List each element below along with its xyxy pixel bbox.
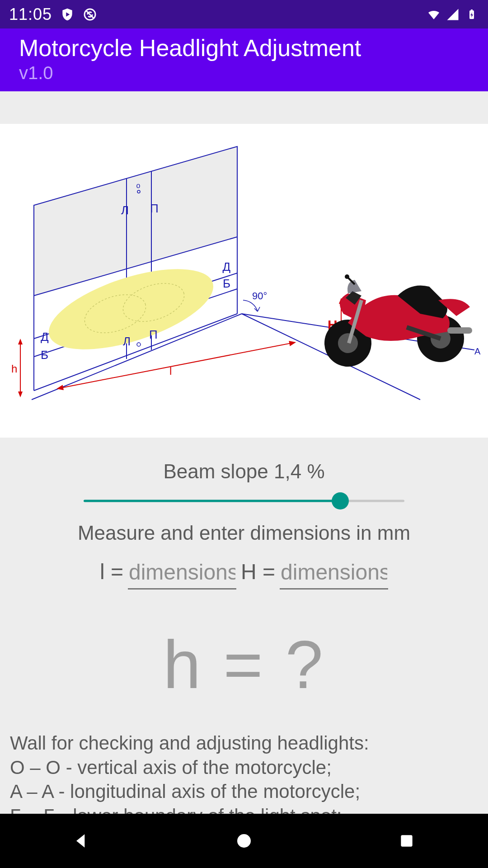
app-bar: Motorcycle Headlight Adjustment v1.0 — [0, 28, 488, 91]
svg-text:П: П — [150, 202, 159, 215]
svg-text:l: l — [169, 365, 172, 377]
svg-marker-36 — [56, 385, 64, 392]
legend-line-1: A – A - longitudinal axis of the motorcy… — [10, 779, 478, 804]
svg-text:90°: 90° — [252, 290, 267, 302]
recent-apps-button[interactable] — [393, 827, 420, 854]
svg-text:A: A — [474, 346, 481, 356]
legend-line-0: O – O - vertical axis of the motorcycle; — [10, 755, 478, 780]
svg-rect-48 — [447, 327, 472, 334]
slider-row — [18, 491, 470, 511]
status-left: 11:05 — [9, 5, 97, 24]
l-input[interactable] — [128, 558, 236, 590]
wifi-icon — [427, 7, 441, 22]
svg-marker-32 — [18, 339, 23, 344]
svg-point-53 — [237, 834, 251, 848]
beam-slope-label: Beam slope 1,4 % — [18, 460, 470, 483]
app-version: v1.0 — [19, 63, 469, 83]
controls-section: Beam slope 1,4 % Measure and enter dimen… — [0, 438, 488, 704]
headlight-diagram: о Л П Д Б Д Б Л П 90° h — [5, 133, 483, 422]
slider-thumb[interactable] — [332, 492, 349, 509]
svg-text:Д: Д — [41, 330, 49, 344]
motorcycle-graphic — [324, 274, 472, 367]
slider-fill — [84, 500, 340, 502]
svg-point-47 — [338, 333, 358, 353]
svg-text:Б: Б — [41, 348, 48, 362]
l-label: l = — [100, 559, 123, 590]
svg-rect-54 — [401, 835, 412, 846]
h-upper-label: H = — [241, 559, 275, 590]
svg-point-52 — [345, 274, 349, 279]
beam-label-suffix: % — [301, 460, 324, 482]
svg-text:П: П — [149, 328, 158, 341]
svg-marker-37 — [289, 340, 296, 346]
result-text: h = ? — [18, 626, 470, 704]
signal-icon — [446, 7, 460, 22]
svg-text:о: о — [136, 182, 141, 189]
svg-line-29 — [258, 307, 260, 311]
status-bar: 11:05 — [0, 0, 488, 28]
svg-text:Б: Б — [223, 277, 230, 290]
home-button[interactable] — [230, 827, 258, 854]
shield-play-icon — [60, 7, 75, 22]
diagram-container: о Л П Д Б Д Б Л П 90° h — [0, 124, 488, 438]
svg-line-35 — [59, 343, 294, 388]
no-sync-icon — [83, 7, 97, 22]
content-area: о Л П Д Б Д Б Л П 90° h — [0, 91, 488, 853]
svg-rect-2 — [471, 9, 473, 11]
h-upper-input[interactable] — [280, 558, 388, 590]
legend-title: Wall for checking and adjusting headligh… — [10, 731, 478, 755]
status-time: 11:05 — [9, 5, 52, 24]
app-title: Motorcycle Headlight Adjustment — [19, 35, 469, 62]
beam-slope-slider[interactable] — [84, 491, 404, 511]
svg-point-27 — [137, 343, 141, 346]
status-right — [427, 7, 479, 22]
back-button[interactable] — [68, 827, 95, 854]
svg-text:Д: Д — [222, 260, 230, 274]
svg-text:Л: Л — [123, 335, 131, 348]
beam-label-prefix: Beam slope — [163, 460, 274, 482]
svg-marker-6 — [34, 146, 237, 296]
svg-marker-33 — [18, 392, 23, 397]
content-gap — [0, 91, 488, 124]
svg-text:Л: Л — [121, 203, 129, 217]
navigation-bar — [0, 814, 488, 868]
inputs-row: l = H = — [18, 558, 470, 590]
battery-charging-icon — [465, 7, 479, 22]
instruction-text: Measure and enter dimensions in mm — [18, 522, 470, 544]
beam-label-value: 1,4 — [274, 460, 301, 482]
svg-text:h: h — [11, 363, 17, 375]
